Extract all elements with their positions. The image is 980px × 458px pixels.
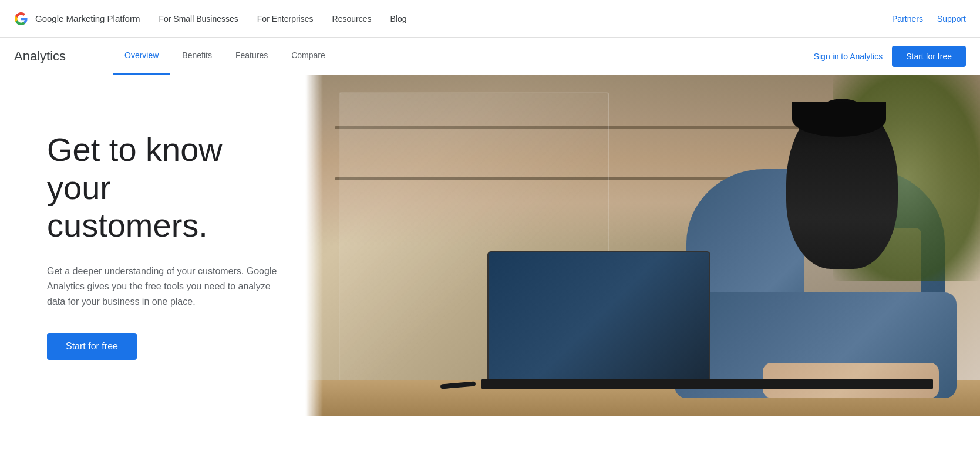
laptop-screen [487,251,710,380]
secondary-nav-tabs: Overview Benefits Features Compare [113,38,814,75]
top-nav-links: For Small Businesses For Enterprises Res… [159,14,892,23]
hero-content: Get to know your customers. Get a deeper… [0,75,305,416]
tab-compare[interactable]: Compare [279,38,337,75]
nav-link-partners[interactable]: Partners [892,14,923,23]
start-free-button-secondary[interactable]: Start for free [892,46,966,67]
hero-image [305,75,980,416]
top-nav-right: Partners Support [892,14,966,23]
nav-link-support[interactable]: Support [937,14,966,23]
google-icon [14,12,28,26]
sign-in-link[interactable]: Sign in to Analytics [814,52,883,61]
product-title: Analytics [14,49,85,64]
top-navigation: Google Marketing Platform For Small Busi… [0,0,980,38]
hero-description: Get a deeper understanding of your custo… [47,264,277,309]
laptop-keyboard [481,379,933,389]
nav-link-blog[interactable]: Blog [390,14,406,23]
left-fade [305,75,323,416]
logo-area: Google Marketing Platform [14,12,140,26]
nav-link-small-businesses[interactable]: For Small Businesses [159,14,238,23]
tab-overview[interactable]: Overview [113,38,170,75]
tab-benefits[interactable]: Benefits [170,38,224,75]
start-free-button-hero[interactable]: Start for free [47,333,137,360]
hero-section: Get to know your customers. Get a deeper… [0,75,980,416]
hero-title: Get to know your customers. [47,131,277,244]
nav-link-enterprises[interactable]: For Enterprises [257,14,314,23]
secondary-navigation: Analytics Overview Benefits Features Com… [0,38,980,75]
nav-link-resources[interactable]: Resources [332,14,372,23]
person-bangs [792,102,886,137]
tab-features[interactable]: Features [224,38,279,75]
logo-text: Google Marketing Platform [35,14,140,23]
laptop-screen-content [489,252,709,379]
secondary-nav-right: Sign in to Analytics Start for free [814,46,966,67]
